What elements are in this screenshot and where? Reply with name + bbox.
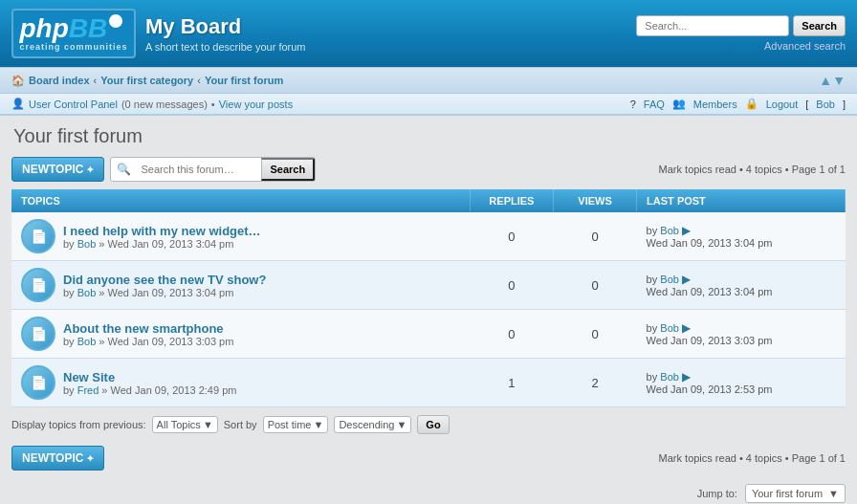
breadcrumb-bar: 🏠 Board index ‹ Your first category ‹ Yo… [0,67,857,94]
breadcrumb-sep1: ‹ [94,75,98,86]
replies-cell: 0 [470,310,553,359]
jump-label: Jump to: [697,488,737,499]
order-select[interactable]: Descending ▼ [334,416,411,433]
topic-cell: 📄 About the new smartphone by Bob » Wed … [11,310,470,359]
goto-icon: ▶ [682,224,691,237]
question-icon: ? [630,99,636,110]
order-value: Descending [339,419,394,430]
topic-by: by Fred » Wed Jan 09, 2013 2:49 pm [63,384,236,396]
user-bar: 👤 User Control Panel (0 new messages) • … [0,94,857,116]
goto-icon: ▶ [682,370,691,383]
views-cell: 2 [553,359,636,407]
topic-title-link[interactable]: I need help with my new widget… [63,224,261,238]
topic-title-link[interactable]: About the new smartphone [63,321,233,336]
topic-cell: 📄 New Site by Fred » Wed Jan 09, 2013 2:… [11,359,470,407]
replies-cell: 0 [470,212,553,261]
header: phpBB creating communities My Board A sh… [0,0,857,67]
search-button[interactable]: Search [793,15,846,36]
phpbb-logo: phpBB creating communities [11,9,136,58]
logout-link[interactable]: Logout [766,99,799,110]
goto-icon: ▶ [682,273,691,286]
sort-chevron-icon: ▼ [313,419,323,430]
lastpost-cell: by Bob ▶ Wed Jan 09, 2013 3:04 pm [637,261,846,310]
jump-chevron-icon: ▼ [828,488,839,499]
lastpost-author-link[interactable]: Bob [660,371,679,383]
replies-cell: 0 [470,261,553,310]
forum-search-button[interactable]: Search [261,158,315,181]
view-posts-link[interactable]: View your posts [219,99,293,110]
collapse-button[interactable]: ▲▼ [819,73,846,88]
goto-icon: ▶ [682,321,691,335]
ucp-link[interactable]: User Control Panel [29,99,118,110]
lock-icon: 🔒 [745,98,758,110]
sort-select[interactable]: Post time ▼ [263,416,329,433]
user-profile-link[interactable]: Bob [816,99,835,110]
members-icon: 👥 [672,98,686,110]
jump-area: Jump to: Your first forum ▼ [0,478,857,504]
sort-label: Sort by [224,419,257,430]
jump-to-select[interactable]: Your first forum ▼ [745,484,846,503]
jump-value: Your first forum [752,488,823,499]
topic-author-link[interactable]: Bob [77,287,97,298]
topic-author-link[interactable]: Bob [77,238,97,250]
topic-text-area: New Site by Fred » Wed Jan 09, 2013 2:49… [63,370,236,396]
lastpost-author-link[interactable]: Bob [660,225,679,236]
topic-icon: 📄 [21,317,55,351]
logo-area: phpBB creating communities My Board A sh… [11,9,306,58]
footer-new-topic-button[interactable]: NEWTOPIC ✦ [11,446,104,471]
order-chevron-icon: ▼ [396,419,407,430]
members-link[interactable]: Members [693,99,737,110]
views-cell: 0 [553,212,636,261]
topics-filter-value: All Topics [157,419,201,430]
lastpost-cell: by Bob ▶ Wed Jan 09, 2013 3:03 pm [637,310,846,359]
bottom-toolbar: Display topics from previous: All Topics… [0,407,857,442]
topics-tbody: 📄 I need help with my new widget… by Bob… [11,212,846,407]
lastpost-author-link[interactable]: Bob [660,322,679,334]
topic-cell: 📄 Did anyone see the new TV show? by Bob… [11,261,470,310]
logo-text: phpBB [19,15,122,42]
go-button[interactable]: Go [417,415,449,434]
chevron-down-icon: ▼ [203,419,213,430]
forum-search-input[interactable] [137,160,261,179]
breadcrumb-category[interactable]: Your first category [100,75,193,86]
table-row: 📄 New Site by Fred » Wed Jan 09, 2013 2:… [11,359,846,407]
toolbar: NEWTOPIC ✦ 🔍 Search Mark topics read • 4… [0,153,857,189]
lastpost-author-link[interactable]: Bob [660,274,679,285]
table-header-row: TOPICS REPLIES VIEWS LAST POST [11,189,846,212]
breadcrumb-sep2: ‹ [197,75,201,86]
footer-newtopic-label: NEWTOPIC [22,451,83,465]
newtopic-label: NEWTOPIC [22,163,83,176]
col-header-views: VIEWS [553,189,636,212]
views-cell: 0 [553,310,636,359]
table-row: 📄 I need help with my new widget… by Bob… [11,212,846,261]
home-icon: 🏠 [11,75,25,87]
lastpost-cell: by Bob ▶ Wed Jan 09, 2013 3:04 pm [637,212,846,261]
star-icon: ✦ [86,164,94,175]
topic-text-area: I need help with my new widget… by Bob »… [63,224,261,250]
sort-value: Post time [268,419,312,430]
forum-search-box: 🔍 Search [110,157,316,182]
board-description: A short text to describe your forum [145,41,306,53]
advanced-search-link[interactable]: Advanced search [764,40,846,52]
logo-tagline: creating communities [19,42,127,52]
breadcrumb-board-index[interactable]: Board index [29,75,90,86]
search-input[interactable] [636,15,789,36]
footer-toolbar: NEWTOPIC ✦ Mark topics read • 4 topics •… [0,442,857,478]
faq-link[interactable]: FAQ [644,99,665,110]
new-topic-button[interactable]: NEWTOPIC ✦ [11,157,104,182]
user-icon: 👤 [11,98,25,110]
table-row: 📄 Did anyone see the new TV show? by Bob… [11,261,846,310]
topic-by: by Bob » Wed Jan 09, 2013 3:04 pm [63,238,261,250]
topic-title-link[interactable]: New Site [63,370,236,384]
board-title-area: My Board A short text to describe your f… [145,14,306,53]
breadcrumb-forum[interactable]: Your first forum [205,75,283,86]
user-links-left: 👤 User Control Panel (0 new messages) • … [11,98,293,110]
toolbar-mark-info: Mark topics read • 4 topics • Page 1 of … [659,164,846,175]
topic-author-link[interactable]: Bob [77,336,97,347]
lastpost-cell: by Bob ▶ Wed Jan 09, 2013 2:53 pm [637,359,846,407]
col-header-replies: REPLIES [470,189,553,212]
search-icon: 🔍 [111,159,137,180]
topics-filter-select[interactable]: All Topics ▼ [152,416,218,433]
topic-author-link[interactable]: Fred [77,384,99,396]
topic-title-link[interactable]: Did anyone see the new TV show? [63,273,266,287]
